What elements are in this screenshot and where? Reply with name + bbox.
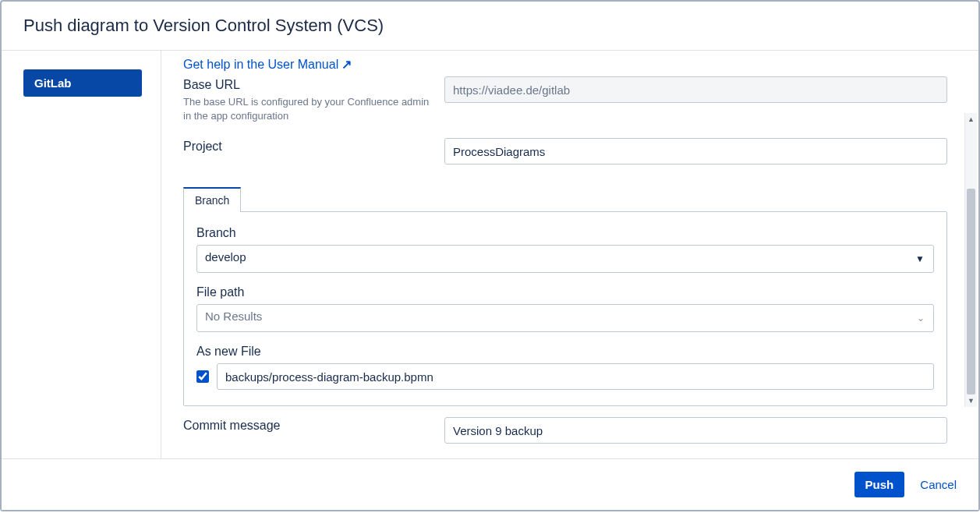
external-link-icon: ↗ — [341, 57, 352, 72]
base-url-control — [444, 76, 947, 103]
branch-label: Branch — [196, 226, 934, 240]
tab-branch[interactable]: Branch — [183, 187, 241, 212]
base-url-hint: The base URL is configured by your Confl… — [183, 95, 432, 122]
help-link[interactable]: Get help in the User Manual ↗ — [183, 57, 352, 72]
project-label-col: Project — [183, 138, 444, 157]
newfile-row — [196, 363, 934, 390]
commit-control — [444, 417, 947, 444]
newfile-field: As new File — [196, 345, 934, 390]
branch-tabs: Branch Branch develop ▼ File path No Res… — [183, 186, 947, 406]
base-url-label: Base URL — [183, 78, 432, 92]
project-control — [444, 138, 947, 165]
project-label: Project — [183, 140, 432, 154]
scroll-thumb[interactable] — [967, 189, 975, 394]
project-row: Project — [183, 138, 947, 165]
filepath-field: File path No Results ⌄ — [196, 285, 934, 332]
newfile-input[interactable] — [217, 363, 934, 390]
branch-field: Branch develop ▼ — [196, 226, 934, 273]
commit-row: Commit message — [183, 417, 947, 444]
tab-body-branch: Branch develop ▼ File path No Results ⌄ — [183, 211, 947, 406]
filepath-select-wrap: No Results ⌄ — [196, 304, 934, 332]
help-link-text: Get help in the User Manual — [183, 58, 338, 72]
scroll-down-icon[interactable]: ▼ — [965, 394, 977, 407]
dialog-body: GitLab Get help in the User Manual ↗ Bas… — [2, 51, 978, 458]
sidebar-item-gitlab[interactable]: GitLab — [23, 69, 142, 97]
dialog-title: Push diagram to Version Control System (… — [23, 16, 960, 36]
project-input[interactable] — [444, 138, 947, 165]
commit-label-col: Commit message — [183, 417, 444, 436]
commit-input[interactable] — [444, 417, 947, 444]
base-url-label-col: Base URL The base URL is configured by y… — [183, 76, 444, 122]
scroll-up-icon[interactable]: ▲ — [965, 113, 977, 126]
branch-select[interactable]: develop — [196, 245, 934, 273]
push-vcs-dialog: Push diagram to Version Control System (… — [0, 0, 980, 511]
filepath-select[interactable]: No Results — [196, 304, 934, 332]
push-button[interactable]: Push — [854, 472, 905, 497]
base-url-row: Base URL The base URL is configured by y… — [183, 76, 947, 122]
scrollbar[interactable]: ▲ ▼ — [964, 113, 977, 407]
branch-select-wrap: develop ▼ — [196, 245, 934, 273]
dialog-footer: Push Cancel — [2, 458, 978, 510]
tab-header: Branch — [183, 186, 947, 211]
newfile-label: As new File — [196, 345, 934, 359]
newfile-checkbox[interactable] — [196, 370, 209, 383]
commit-label: Commit message — [183, 419, 432, 433]
cancel-button[interactable]: Cancel — [920, 478, 957, 491]
base-url-input — [444, 76, 947, 103]
filepath-label: File path — [196, 285, 934, 299]
main-form: Get help in the User Manual ↗ Base URL T… — [161, 51, 978, 458]
vcs-sidebar: GitLab — [2, 51, 161, 458]
dialog-header: Push diagram to Version Control System (… — [2, 2, 978, 51]
